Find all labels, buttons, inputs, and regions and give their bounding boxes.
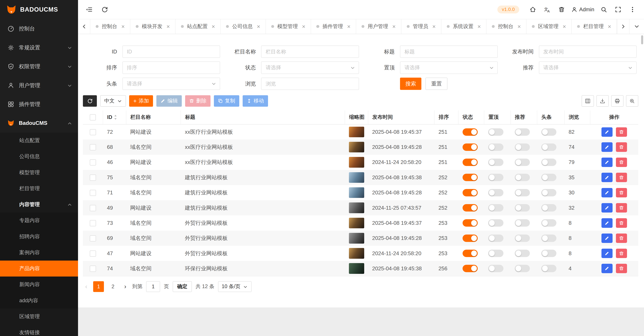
status-toggle[interactable]: [462, 235, 478, 242]
thumbnail-image[interactable]: [349, 127, 364, 137]
tab-close-icon[interactable]: ×: [122, 24, 125, 29]
top-toggle[interactable]: [488, 189, 503, 196]
delete-button[interactable]: 删除: [185, 95, 210, 107]
top-toggle[interactable]: [488, 143, 503, 151]
recommend-toggle[interactable]: [515, 174, 530, 181]
goto-page-input[interactable]: [146, 281, 160, 292]
status-toggle[interactable]: [462, 159, 478, 166]
tab-3[interactable]: 公司信息×: [221, 19, 266, 34]
app-logo[interactable]: BADOUCMS: [0, 0, 78, 19]
filter-input-title[interactable]: [400, 45, 498, 58]
delete-row-button[interactable]: [616, 173, 627, 182]
copy-button[interactable]: 复制: [214, 95, 239, 107]
edit-row-button[interactable]: [602, 249, 612, 258]
confirm-page-button[interactable]: 确定: [173, 281, 192, 292]
edit-row-button[interactable]: [602, 127, 612, 137]
top-toggle[interactable]: [488, 235, 503, 242]
headline-toggle[interactable]: [541, 128, 556, 136]
tab-4[interactable]: 模型管理×: [266, 19, 311, 34]
tab-11[interactable]: 栏目管理×: [572, 19, 617, 34]
delete-row-button[interactable]: [616, 188, 627, 197]
sidebar-group-content-manage[interactable]: 内容管理: [0, 197, 78, 213]
row-checkbox[interactable]: [90, 175, 96, 181]
sidebar-item-user-manage[interactable]: 用户管理: [0, 76, 78, 95]
edit-row-button[interactable]: [602, 203, 612, 213]
headline-toggle[interactable]: [541, 204, 556, 212]
export-icon[interactable]: [596, 95, 609, 107]
sidebar-item-news-content[interactable]: 新闻内容: [0, 277, 78, 293]
tab-6[interactable]: 用户管理×: [356, 19, 401, 34]
headline-toggle[interactable]: [541, 189, 556, 196]
recommend-toggle[interactable]: [515, 143, 530, 151]
home-icon[interactable]: [527, 3, 538, 16]
column-header-id[interactable]: ID: [103, 110, 126, 124]
tab-7[interactable]: 管理员×: [401, 19, 442, 34]
columns-filter-icon[interactable]: [582, 95, 594, 107]
top-toggle[interactable]: [488, 128, 503, 136]
sidebar-item-company-info[interactable]: 公司信息: [0, 148, 78, 164]
delete-row-button[interactable]: [616, 127, 627, 137]
top-toggle[interactable]: [488, 174, 503, 181]
tab-close-icon[interactable]: ×: [432, 24, 436, 29]
tab-8[interactable]: 系统设置×: [442, 19, 486, 34]
tabs-scroll-right-button[interactable]: [617, 19, 629, 34]
row-checkbox[interactable]: [90, 129, 96, 135]
status-toggle[interactable]: [462, 174, 478, 181]
sidebar-item-site-config[interactable]: 站点配置: [0, 133, 78, 148]
tab-close-icon[interactable]: ×: [608, 24, 611, 29]
tab-9[interactable]: 控制台×: [486, 19, 526, 34]
recommend-toggle[interactable]: [515, 235, 530, 242]
filter-input-views[interactable]: [261, 78, 359, 90]
reset-button[interactable]: 重置: [426, 78, 448, 90]
page-1-button[interactable]: 1: [93, 281, 104, 292]
row-checkbox[interactable]: [90, 251, 96, 257]
thumbnail-image[interactable]: [349, 233, 364, 244]
edit-row-button[interactable]: [602, 158, 612, 167]
filter-input-sort[interactable]: [122, 61, 220, 74]
filter-input-id[interactable]: [122, 45, 220, 58]
status-toggle[interactable]: [462, 265, 478, 272]
headline-toggle[interactable]: [541, 219, 556, 227]
tab-close-icon[interactable]: ×: [562, 24, 566, 29]
recommend-toggle[interactable]: [515, 128, 530, 136]
add-button[interactable]: +添加: [129, 95, 153, 107]
refresh-table-button[interactable]: [83, 95, 97, 107]
recommend-toggle[interactable]: [515, 189, 530, 196]
recommend-toggle[interactable]: [515, 219, 530, 227]
status-toggle[interactable]: [462, 219, 478, 227]
tab-close-icon[interactable]: ×: [518, 24, 521, 29]
thumbnail-image[interactable]: [349, 218, 364, 229]
row-checkbox[interactable]: [90, 205, 96, 211]
sidebar-item-badoucms[interactable]: BadouCMS: [0, 114, 78, 133]
edit-row-button[interactable]: [602, 173, 612, 182]
delete-row-button[interactable]: [616, 142, 627, 152]
delete-row-button[interactable]: [616, 264, 627, 273]
tab-1[interactable]: 模块开发×: [130, 19, 176, 34]
sidebar-item-recruit-content[interactable]: 招聘内容: [0, 229, 78, 244]
recommend-toggle[interactable]: [515, 250, 530, 257]
row-checkbox[interactable]: [90, 159, 96, 166]
thumbnail-image[interactable]: [349, 248, 364, 259]
filter-select-top[interactable]: 请选择: [400, 61, 498, 74]
status-toggle[interactable]: [462, 189, 478, 196]
thumbnail-image[interactable]: [349, 263, 364, 274]
collapse-menu-button[interactable]: [82, 0, 97, 19]
edit-row-button[interactable]: [602, 264, 612, 273]
edit-row-button[interactable]: [602, 234, 612, 243]
filter-input-publish-time[interactable]: [539, 45, 636, 58]
sidebar-item-dashboard[interactable]: 控制台: [0, 19, 78, 38]
search-icon[interactable]: [598, 3, 609, 16]
row-checkbox[interactable]: [90, 190, 96, 196]
row-checkbox[interactable]: [90, 144, 96, 150]
recommend-toggle[interactable]: [515, 159, 530, 166]
edit-row-button[interactable]: [602, 142, 612, 152]
row-checkbox[interactable]: [90, 220, 96, 226]
sidebar-item-case-content[interactable]: 案例内容: [0, 245, 78, 261]
status-toggle[interactable]: [462, 128, 478, 136]
move-button[interactable]: 移动: [243, 95, 268, 107]
delete-row-button[interactable]: [616, 203, 627, 213]
tabs-scroll-left-button[interactable]: [78, 19, 90, 34]
tab-close-icon[interactable]: ×: [478, 24, 481, 29]
top-toggle[interactable]: [488, 204, 503, 212]
filter-select-recommend[interactable]: 请选择: [539, 61, 636, 74]
